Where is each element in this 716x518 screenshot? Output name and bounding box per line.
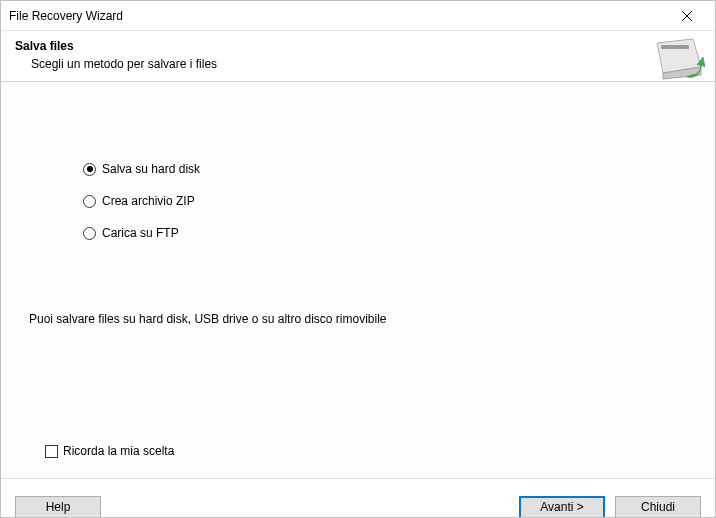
checkbox-label: Ricorda la mia scelta [63,444,174,458]
window-title: File Recovery Wizard [9,9,123,23]
svg-rect-2 [661,45,689,49]
wizard-footer: Help Avanti > Chiudi [1,479,715,518]
radio-label: Carica su FTP [102,226,179,240]
radio-label: Salva su hard disk [102,162,200,176]
hard-drive-save-icon [653,37,705,81]
radio-save-hard-disk[interactable]: Salva su hard disk [83,162,715,176]
radio-icon [83,227,96,240]
save-method-options: Salva su hard disk Crea archivio ZIP Car… [1,82,715,240]
radio-upload-ftp[interactable]: Carica su FTP [83,226,715,240]
radio-icon [83,195,96,208]
close-button[interactable]: Chiudi [615,496,701,519]
help-button[interactable]: Help [15,496,101,519]
next-button[interactable]: Avanti > [519,496,605,519]
page-title: Salva files [15,39,701,53]
radio-label: Crea archivio ZIP [102,194,195,208]
page-subtitle: Scegli un metodo per salvare i files [15,57,701,71]
close-icon[interactable] [667,2,707,30]
wizard-header: Salva files Scegli un metodo per salvare… [1,31,715,81]
option-description: Puoi salvare files su hard disk, USB dri… [29,312,386,326]
checkbox-icon [45,445,58,458]
titlebar: File Recovery Wizard [1,1,715,31]
radio-create-zip[interactable]: Crea archivio ZIP [83,194,715,208]
wizard-content: Salva su hard disk Crea archivio ZIP Car… [1,81,715,479]
remember-choice-checkbox[interactable]: Ricorda la mia scelta [45,444,174,458]
radio-icon [83,163,96,176]
